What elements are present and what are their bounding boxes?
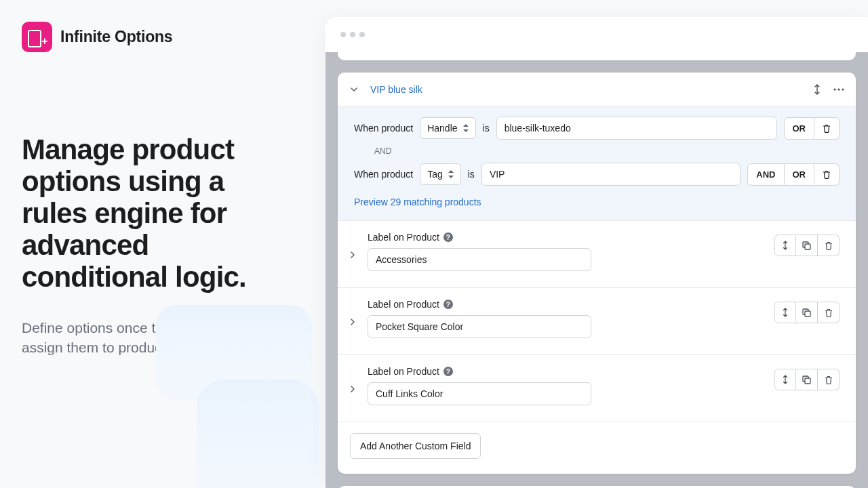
duplicate-option-button[interactable] [796, 235, 818, 256]
add-custom-field-button[interactable]: Add Another Custom Field [350, 433, 481, 459]
delete-condition-button[interactable] [814, 163, 840, 186]
rule-card: VIP blue silk When [338, 73, 856, 474]
chevron-down-icon [350, 85, 358, 94]
trash-icon [825, 308, 833, 317]
expand-option-toggle[interactable] [346, 248, 359, 262]
trash-icon [823, 124, 831, 133]
select-value: Tag [427, 169, 443, 180]
condition-value-input[interactable] [496, 117, 777, 140]
chevron-right-icon [349, 385, 356, 393]
option-row: Label on Product ? [338, 221, 856, 288]
rule-header: VIP blue silk [338, 73, 856, 107]
delete-option-button[interactable] [818, 302, 840, 323]
reorder-icon [781, 308, 789, 317]
svg-point-1 [837, 88, 840, 90]
condition-label: When product [354, 123, 413, 134]
reorder-button[interactable] [810, 82, 825, 97]
window-titlebar [326, 17, 868, 52]
select-caret-icon [448, 170, 454, 178]
condition-field-select[interactable]: Handle [420, 117, 475, 139]
add-or-button[interactable]: OR [784, 117, 815, 140]
delete-option-button[interactable] [818, 235, 840, 256]
option-row: Label on Product ? [338, 288, 856, 355]
more-horizontal-icon [833, 88, 844, 91]
condition-joiner: AND [374, 146, 840, 156]
window-dot-icon [359, 32, 365, 37]
delete-condition-button[interactable] [814, 117, 840, 140]
reorder-icon [812, 84, 822, 95]
brand-logo-icon [22, 22, 52, 52]
rule-title[interactable]: VIP blue silk [370, 84, 800, 95]
svg-rect-8 [805, 378, 810, 384]
help-icon[interactable]: ? [443, 300, 453, 309]
option-value-input[interactable] [368, 382, 591, 405]
reorder-icon [781, 375, 789, 384]
preview-matching-link[interactable]: Preview 29 matching products [354, 197, 481, 207]
duplicate-option-button[interactable] [796, 302, 818, 323]
brand-row: Infinite Options [22, 22, 298, 52]
help-icon[interactable]: ? [443, 367, 453, 376]
svg-point-0 [833, 88, 835, 90]
option-label: Label on Product [368, 366, 439, 377]
app-window: VIP blue silk When [326, 17, 868, 488]
copy-icon [802, 308, 811, 317]
window-dot-icon [340, 32, 346, 37]
condition-value-input[interactable] [481, 163, 741, 186]
copy-icon [802, 241, 811, 250]
svg-point-2 [842, 88, 844, 90]
app-canvas: VIP blue silk When [326, 52, 868, 488]
condition-is-label: is [483, 123, 490, 134]
brand-name: Infinite Options [60, 28, 172, 46]
duplicate-option-button[interactable] [796, 369, 818, 390]
conditions-block: When product Handle is OR [338, 107, 856, 221]
select-caret-icon [463, 124, 469, 132]
select-value: Handle [427, 123, 457, 134]
more-menu-button[interactable] [831, 82, 846, 97]
expand-option-toggle[interactable] [346, 315, 359, 329]
add-option-row: Add Another Custom Field [338, 422, 856, 474]
option-value-input[interactable] [368, 315, 591, 338]
trash-icon [825, 241, 833, 250]
option-label: Label on Product [368, 232, 439, 243]
window-dot-icon [350, 32, 355, 37]
condition-label: When product [354, 169, 413, 180]
previous-card-edge [338, 52, 856, 60]
condition-row: When product Handle is OR [354, 117, 840, 140]
option-label: Label on Product [368, 299, 439, 310]
reorder-option-button[interactable] [774, 235, 796, 256]
help-icon[interactable]: ? [443, 232, 453, 242]
chevron-right-icon [349, 251, 356, 259]
reorder-option-button[interactable] [774, 369, 796, 390]
decorative-shape [197, 380, 319, 488]
trash-icon [825, 375, 833, 384]
condition-row: When product Tag is AND OR [354, 163, 840, 186]
add-and-button[interactable]: AND [747, 163, 784, 186]
chevron-right-icon [349, 318, 356, 326]
svg-rect-4 [805, 244, 810, 249]
condition-is-label: is [468, 169, 475, 180]
reorder-option-button[interactable] [774, 302, 796, 323]
add-or-button[interactable]: OR [785, 163, 815, 186]
marketing-pane: Infinite Options Manage product options … [0, 0, 326, 488]
option-value-input[interactable] [368, 248, 591, 271]
reorder-icon [781, 241, 789, 250]
collapse-toggle[interactable] [347, 83, 361, 96]
option-row: Label on Product ? [338, 355, 856, 422]
delete-option-button[interactable] [818, 369, 840, 390]
condition-field-select[interactable]: Tag [420, 163, 461, 185]
svg-rect-6 [805, 311, 810, 317]
expand-option-toggle[interactable] [346, 382, 359, 396]
copy-icon [802, 375, 811, 384]
headline: Manage product options using a rules eng… [22, 134, 279, 293]
app-pane: VIP blue silk When [326, 0, 868, 488]
trash-icon [823, 170, 831, 179]
